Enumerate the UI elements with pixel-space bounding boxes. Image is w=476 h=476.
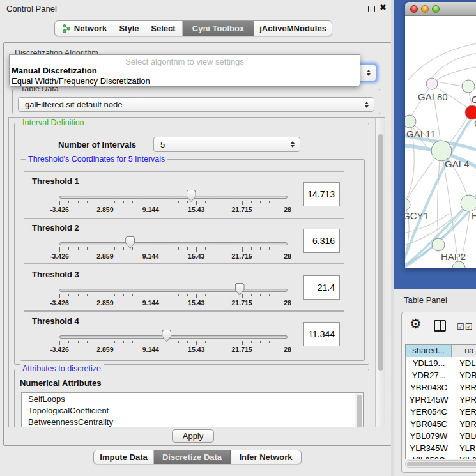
cell-shared-name[interactable]: YDR27... — [406, 369, 452, 381]
network-node[interactable] — [426, 78, 438, 89]
cell-shared-name[interactable]: YER054C — [406, 406, 452, 418]
column-header-name[interactable]: na — [452, 345, 476, 357]
network-node[interactable] — [405, 115, 416, 128]
cell-shared-name[interactable]: YLR345W — [406, 442, 452, 454]
slider-tick-label: 21.715 — [232, 252, 252, 260]
slider-tick-label: 21.715 — [232, 346, 252, 353]
gear-icon[interactable]: ⚙ — [410, 318, 422, 331]
cell-shared-name[interactable]: YBL079W — [406, 430, 452, 442]
slider-tick — [59, 341, 60, 345]
vertical-scrollbar-thumb[interactable] — [378, 134, 383, 371]
cell-name[interactable]: YPR1 — [452, 394, 476, 406]
table-row[interactable]: YER054C YER0 — [406, 406, 476, 418]
minimize-traffic-light-icon[interactable] — [421, 5, 429, 13]
slider-tick-label: 15.43 — [188, 252, 204, 260]
zoom-traffic-light-icon[interactable] — [432, 5, 440, 13]
tab-impute-data[interactable]: Impute Data — [94, 450, 154, 464]
table-row[interactable]: YIL053C YIL0 — [406, 454, 476, 459]
tab-infer-network[interactable]: Infer Network — [231, 450, 301, 464]
threshold-4-slider-track[interactable] — [59, 335, 288, 339]
list-item[interactable]: TopologicalCoefficient — [22, 404, 363, 416]
cell-name[interactable]: YLR3 — [452, 442, 476, 454]
close-icon[interactable]: ✖ — [380, 3, 387, 12]
threshold-3-slider-thumb[interactable] — [235, 283, 245, 295]
threshold-1-value-field[interactable]: 14.713 — [303, 182, 340, 206]
cell-name[interactable]: YER0 — [452, 406, 476, 418]
table-row[interactable]: YBL079W YBL0 — [406, 430, 476, 442]
network-node[interactable] — [432, 238, 445, 251]
slider-tick — [205, 341, 206, 343]
cell-name[interactable]: YDR2 — [452, 369, 476, 381]
slider-tick — [233, 201, 233, 203]
apply-button[interactable]: Apply — [172, 429, 214, 443]
slider-tick — [269, 201, 270, 203]
network-node[interactable] — [462, 80, 475, 93]
cell-shared-name[interactable]: YBR045C — [406, 418, 452, 430]
threshold-1-slider-track[interactable] — [59, 196, 288, 199]
float-window-icon[interactable] — [368, 6, 375, 12]
tab-style[interactable]: Style — [114, 21, 144, 36]
node-table: shared... na YDL19... YDL1 YDR27... YDR2… — [405, 344, 476, 459]
network-node[interactable] — [405, 199, 410, 210]
horizontal-scrollbar-thumb[interactable] — [407, 462, 476, 466]
table-row[interactable]: YLR345W YLR3 — [406, 442, 476, 454]
threshold-1-panel: Threshold 1 14.713 -3.4262.8599.14415.43… — [24, 171, 344, 217]
combo-stepper-icon — [291, 141, 295, 148]
table-row[interactable]: YDR27... YDR2 — [406, 369, 476, 381]
slider-tick-label: 2.859 — [96, 252, 113, 260]
select-columns-icon[interactable]: ☑☑ — [457, 322, 473, 332]
split-columns-icon[interactable] — [434, 320, 446, 332]
threshold-2-slider-track[interactable] — [59, 242, 288, 245]
network-node[interactable] — [452, 261, 465, 268]
slider-tick — [233, 294, 233, 296]
network-canvas[interactable]: GAL80 G C GAL11 GAL4 GCY1 H HAP2 — [405, 16, 476, 268]
tab-select[interactable]: Select — [144, 21, 183, 36]
threshold-4-value-field[interactable]: 11.344 — [303, 322, 340, 346]
threshold-2-slider-thumb[interactable] — [125, 236, 135, 249]
horizontal-scrollbar[interactable] — [405, 460, 476, 468]
list-scrollbar[interactable] — [355, 393, 363, 427]
number-of-intervals-combo[interactable]: 5 — [153, 137, 300, 152]
list-scrollbar-thumb[interactable] — [357, 395, 362, 427]
slider-tick-label: 28 — [284, 299, 291, 307]
network-node[interactable] — [461, 195, 476, 211]
cell-shared-name[interactable]: YPR145W — [406, 394, 452, 406]
threshold-2-value-field[interactable]: 6.316 — [303, 229, 340, 253]
slider-tick — [205, 247, 206, 250]
slider-tick — [242, 341, 243, 345]
table-row[interactable]: YPR145W YPR1 — [406, 394, 476, 406]
tab-cyni-toolbox[interactable]: Cyni Toolbox — [183, 21, 254, 36]
threshold-3-value-field[interactable]: 21.4 — [303, 275, 340, 300]
tab-jactivemnodules[interactable]: jActiveMNodules — [254, 21, 332, 36]
popup-option-manual-discretization[interactable]: Manual Discretization — [12, 66, 97, 75]
slider-tick-label: 21.715 — [232, 299, 252, 307]
close-traffic-light-icon[interactable] — [410, 5, 418, 13]
threshold-4-slider-thumb[interactable] — [162, 330, 171, 342]
thresholds-group: Threshold's Coordinates for 5 Intervals … — [20, 159, 365, 361]
vertical-scrollbar[interactable] — [375, 118, 385, 427]
slider-tick — [78, 201, 79, 203]
cell-name[interactable]: YBR0 — [452, 381, 476, 394]
slider-tick — [78, 341, 79, 343]
cell-shared-name[interactable]: YBR043C — [406, 381, 452, 394]
threshold-2-label: Threshold 2 — [32, 223, 79, 233]
cell-name[interactable]: YDL1 — [452, 357, 476, 369]
tab-network[interactable]: Network — [55, 21, 114, 36]
cell-name[interactable]: YBR0 — [452, 418, 476, 430]
popup-option-equal-width-frequency[interactable]: Equal Width/Frequency Discretization — [12, 76, 150, 86]
cell-name[interactable]: YBL0 — [452, 430, 476, 442]
list-item[interactable]: BetweennessCentrality — [22, 416, 363, 427]
list-item[interactable]: SelfLoops — [22, 393, 363, 404]
cell-shared-name[interactable]: YIL053C — [406, 454, 452, 459]
tab-discretize-data[interactable]: Discretize Data — [154, 450, 231, 464]
cell-name[interactable]: YIL0 — [452, 454, 476, 459]
column-header-shared-name[interactable]: shared... — [406, 345, 452, 357]
cell-shared-name[interactable]: YDL19... — [406, 357, 452, 369]
table-row[interactable]: YBR045C YBR0 — [406, 418, 476, 430]
table-data-combo[interactable]: galFiltered.sif default node — [18, 97, 374, 112]
network-window-titlebar[interactable] — [405, 2, 476, 16]
threshold-3-slider-track[interactable] — [59, 289, 288, 292]
table-row[interactable]: YBR043C YBR0 — [406, 381, 476, 394]
threshold-3-panel: Threshold 3 21.4 -3.4262.8599.14415.4321… — [24, 265, 344, 311]
table-row[interactable]: YDL19... YDL1 — [406, 357, 476, 369]
